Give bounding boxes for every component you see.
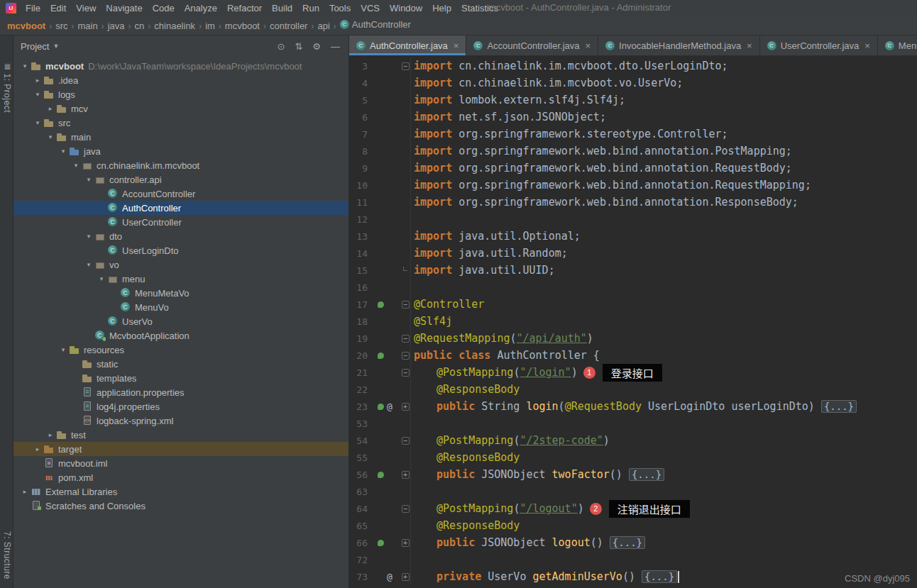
fold-expand-icon[interactable]: + xyxy=(402,539,410,547)
breadcrumb-item-mcvboot[interactable]: mcvboot xyxy=(7,21,45,31)
tree-item-application-properties[interactable]: application.properties xyxy=(13,385,348,399)
menu-run[interactable]: Run xyxy=(297,3,324,13)
breadcrumb-item-main[interactable]: main xyxy=(78,21,98,31)
close-icon[interactable]: × xyxy=(747,40,752,51)
code-line-19[interactable]: 19−@RequestMapping("/api/auth") xyxy=(349,330,917,347)
chevron-down-icon[interactable]: ▾ xyxy=(83,261,94,268)
tree-item-java[interactable]: ▾java xyxy=(13,144,348,158)
tree-item-test[interactable]: ▸test xyxy=(13,428,348,442)
tree-item-target[interactable]: ▸target xyxy=(13,442,348,456)
code-line-73[interactable]: 73@+private UserVo getAdminUserVo() {...… xyxy=(349,568,917,585)
code-line-63[interactable]: 63 xyxy=(349,483,917,500)
fold-expand-icon[interactable]: + xyxy=(402,573,410,581)
tree-item-mcvboot[interactable]: ▾mcvbootD:\work\JavaTeam\workspace\IdeaP… xyxy=(13,59,348,73)
code-line-54[interactable]: 54−@PostMapping("/2step-code") xyxy=(349,432,917,449)
code-line-3[interactable]: 3−import cn.chinaelink.im.mcvboot.dto.Us… xyxy=(349,57,917,74)
close-icon[interactable]: × xyxy=(586,40,591,51)
chevron-right-icon[interactable]: ▸ xyxy=(32,445,43,453)
spring-bean-icon[interactable] xyxy=(378,472,384,478)
tool-window-structure-button[interactable]: 7: Structure xyxy=(1,531,12,579)
close-icon[interactable]: × xyxy=(454,40,459,51)
chevron-right-icon[interactable]: ▸ xyxy=(45,105,56,112)
chevron-down-icon[interactable]: ▾ xyxy=(19,62,31,70)
code-line-55[interactable]: 55@ResponseBody xyxy=(349,449,917,466)
code-line-10[interactable]: 10import org.springframework.web.bind.an… xyxy=(349,177,917,194)
tree-item-static[interactable]: static xyxy=(13,357,348,371)
breadcrumb-item-src[interactable]: src xyxy=(55,21,67,31)
tree-item-mcvbootapplication[interactable]: McvbootApplication xyxy=(13,328,348,343)
tab-accountcontroller-java[interactable]: AccountController.java× xyxy=(466,35,598,55)
menu-view[interactable]: View xyxy=(71,3,101,13)
code-line-13[interactable]: 13import java.util.Optional; xyxy=(349,228,917,245)
idea-logo-icon[interactable]: IJ xyxy=(6,3,16,13)
tab-invocablehandlermethod-java[interactable]: InvocableHandlerMethod.java× xyxy=(598,35,760,55)
tree-item-main[interactable]: ▾main xyxy=(13,130,348,144)
code-line-5[interactable]: 5import lombok.extern.slf4j.Slf4j; xyxy=(349,91,917,109)
tree-item-mcv[interactable]: ▸mcv xyxy=(13,101,348,116)
tree-item-accountcontroller[interactable]: AccountController xyxy=(13,187,348,201)
collapse-all-icon[interactable]: ⇅ xyxy=(295,41,302,52)
menu-edit[interactable]: Edit xyxy=(45,3,71,13)
tree-item-src[interactable]: ▾src xyxy=(13,116,348,130)
hide-panel-icon[interactable]: — xyxy=(331,41,340,52)
code-line-22[interactable]: 22@ResponseBody xyxy=(349,381,917,398)
fold-expand-icon[interactable]: + xyxy=(402,403,410,411)
settings-gear-icon[interactable]: ⚙ xyxy=(312,41,321,52)
code-line-16[interactable]: 16 xyxy=(349,279,917,296)
spring-bean-icon[interactable] xyxy=(378,301,384,308)
fold-collapse-icon[interactable]: − xyxy=(402,335,410,343)
spring-bean-icon[interactable] xyxy=(378,404,384,410)
code-line-7[interactable]: 7import org.springframework.stereotype.C… xyxy=(349,126,917,143)
tree-item-controller-api[interactable]: ▾controller.api xyxy=(13,172,348,187)
breadcrumb-item-controller[interactable]: controller xyxy=(270,21,307,31)
breadcrumb-item-chinaelink[interactable]: chinaelink xyxy=(154,21,195,31)
breadcrumb-item-java[interactable]: java xyxy=(108,21,125,31)
menu-tools[interactable]: Tools xyxy=(324,3,356,13)
tab-menuvo-java[interactable]: MenuVo.java xyxy=(878,35,917,55)
code-line-21[interactable]: 21−@PostMapping("/login")1登录接口 xyxy=(349,364,917,381)
breadcrumb-item-authcontroller[interactable]: AuthController xyxy=(340,19,411,30)
code-line-72[interactable]: 72 xyxy=(349,551,917,568)
menu-help[interactable]: Help xyxy=(427,3,456,13)
code-line-56[interactable]: 56+public JSONObject twoFactor() {...} xyxy=(349,466,917,483)
tree-item-logs[interactable]: ▾logs xyxy=(13,87,348,101)
fold-collapse-icon[interactable]: − xyxy=(402,505,410,513)
code-line-53[interactable]: 53 xyxy=(349,415,917,432)
chevron-down-icon[interactable]: ▾ xyxy=(70,162,82,169)
code-line-65[interactable]: 65@ResponseBody xyxy=(349,517,917,534)
code-line-64[interactable]: 64−@PostMapping("/logout")2注销退出接口 xyxy=(349,500,917,517)
code-line-8[interactable]: 8import org.springframework.web.bind.ann… xyxy=(349,143,917,160)
menu-window[interactable]: Window xyxy=(385,3,427,13)
fold-collapse-icon[interactable]: − xyxy=(402,62,410,70)
chevron-down-icon[interactable]: ▾ xyxy=(32,91,43,98)
breadcrumb-item-im[interactable]: im xyxy=(205,21,215,31)
fold-collapse-icon[interactable]: − xyxy=(402,369,410,377)
tree-item-cn-chinaelink-im-mcvboot[interactable]: ▾cn.chinaelink.im.mcvboot xyxy=(13,158,348,172)
tree-item-dto[interactable]: ▾dto xyxy=(13,229,348,243)
tree-item-menumetavo[interactable]: MenuMetaVo xyxy=(13,286,348,300)
menu-vcs[interactable]: VCS xyxy=(356,3,385,13)
code-line-11[interactable]: 11import org.springframework.web.bind.an… xyxy=(349,194,917,211)
code-line-14[interactable]: 14import java.util.Random; xyxy=(349,245,917,262)
breadcrumb-item-mcvboot[interactable]: mcvboot xyxy=(225,21,260,31)
fold-collapse-icon[interactable]: − xyxy=(402,437,410,445)
tree-item-mcvboot-iml[interactable]: mcvboot.iml xyxy=(13,456,348,470)
menu-file[interactable]: File xyxy=(21,3,45,13)
project-view-selector[interactable]: Project ▼ xyxy=(21,41,59,52)
tab-authcontroller-java[interactable]: AuthController.java× xyxy=(349,35,466,55)
code-line-12[interactable]: 12 xyxy=(349,211,917,228)
tree-item-idea[interactable]: ▸.idea xyxy=(13,73,348,87)
locate-file-icon[interactable]: ⊙ xyxy=(278,41,285,52)
tree-item-vo[interactable]: ▾vo xyxy=(13,257,348,272)
menu-navigate[interactable]: Navigate xyxy=(101,3,147,13)
fold-expand-icon[interactable]: + xyxy=(402,471,410,479)
close-icon[interactable]: × xyxy=(864,40,870,51)
tree-item-logback-spring-xml[interactable]: logback-spring.xml xyxy=(13,414,348,428)
breadcrumb-item-api[interactable]: api xyxy=(317,21,329,31)
tree-item-external-libraries[interactable]: ▸External Libraries xyxy=(13,484,348,499)
code-editor[interactable]: 3−import cn.chinaelink.im.mcvboot.dto.Us… xyxy=(349,56,917,588)
tab-usercontroller-java[interactable]: UserController.java× xyxy=(760,35,878,55)
chevron-down-icon[interactable]: ▾ xyxy=(83,176,94,183)
spring-bean-icon[interactable] xyxy=(378,353,384,359)
tree-item-uservo[interactable]: UserVo xyxy=(13,314,348,328)
